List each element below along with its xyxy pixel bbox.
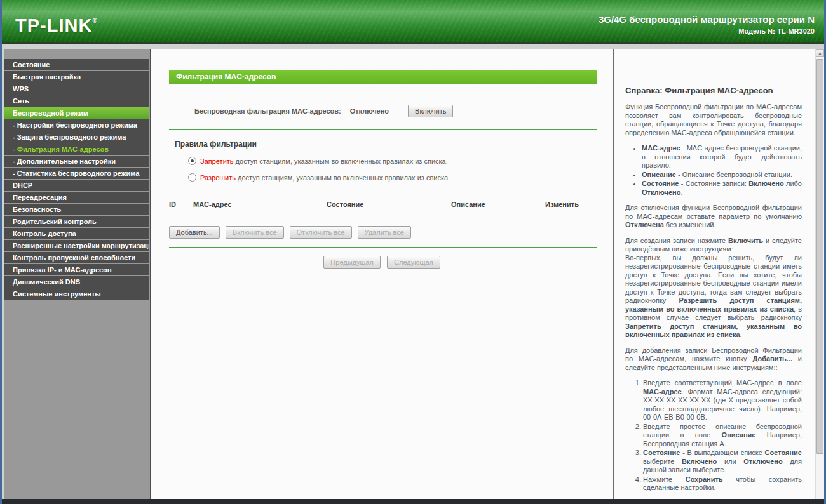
help-terms-list: MAC-адрес - MAC-адрес беспроводной станц… <box>625 144 802 197</box>
help-title: Справка: Фильтрация MAC-адресов <box>625 86 802 95</box>
header: TP-LINK® 3G/4G беспроводной маршрутизато… <box>0 0 826 44</box>
sidebar: Состояние Быстрая настройка WPS Сеть Бес… <box>4 49 150 499</box>
help-list-item: Состояние - Состояние записи: Включено л… <box>642 180 802 197</box>
sidebar-item-status[interactable]: Состояние <box>4 59 149 70</box>
help-paragraph-add: Для добавления записи Беспроводной Фильт… <box>625 347 802 373</box>
product-model: Модель № TL-MR3020 <box>599 27 815 35</box>
sidebar-item-bandwidth-control[interactable]: Контроль пропускной способности <box>4 252 149 263</box>
product-name: 3G/4G беспроводной маршрутизатор серии N <box>599 14 815 25</box>
delete-all-button[interactable]: Удалить все <box>358 226 411 239</box>
page-title-bar: Фильтрация MAC-адресов <box>169 70 597 84</box>
sidebar-item-dynamic-dns[interactable]: Динамический DNS <box>4 276 149 288</box>
disable-all-button[interactable]: Отключить все <box>290 226 352 239</box>
col-id: ID <box>169 201 193 208</box>
main-panel: Фильтрация MAC-адресов Беспроводная филь… <box>150 49 613 499</box>
previous-page-button[interactable]: Предыдущая <box>323 256 380 269</box>
help-panel: Справка: Фильтрация MAC-адресов Функция … <box>613 49 824 499</box>
scroll-up-icon[interactable]: ▲ <box>816 49 824 57</box>
sidebar-item-wps[interactable]: WPS <box>4 83 149 95</box>
help-add-steps: Введите соответствующий MAC-адрес в поле… <box>625 379 802 493</box>
help-list-item: Введите соответствующий MAC-адрес в поле… <box>643 379 802 422</box>
sidebar-menu: Состояние Быстрая настройка WPS Сеть Бес… <box>4 59 149 300</box>
table-actions: Добавить... Включить все Отключить все У… <box>151 226 613 239</box>
tplink-logo: TP-LINK® <box>15 15 98 36</box>
next-page-button[interactable]: Следующая <box>387 256 440 269</box>
sidebar-item-quick-setup[interactable]: Быстрая настройка <box>4 71 149 83</box>
deny-rule-label: Запретить доступ станциям, указанным во … <box>200 157 448 165</box>
add-button[interactable]: Добавить... <box>169 226 220 239</box>
help-list-item: Нажмите Сохранить чтобы сохранить сделан… <box>643 475 802 493</box>
help-intro: Функция Беспроводной фильтрации по MAC-а… <box>625 103 802 137</box>
sidebar-item-wireless-advanced[interactable]: - Дополнительные настройки <box>4 156 149 167</box>
rules-heading: Правила фильтрации <box>175 140 613 149</box>
separator-line <box>169 96 597 96</box>
sidebar-item-wireless-statistics[interactable]: - Статистика беспроводного режима <box>4 168 149 179</box>
allow-keyword: Разрешить <box>200 174 236 182</box>
sidebar-item-ip-mac-binding[interactable]: Привязка IP- и MAC-адресов <box>4 264 149 275</box>
registered-mark: ® <box>92 17 97 24</box>
help-paragraph-create: Для создания записи нажмите Включить и с… <box>625 237 802 340</box>
help-list-item: MAC-адрес - MAC-адрес беспроводной станц… <box>642 144 802 170</box>
col-mac: MAC-адрес <box>193 201 327 208</box>
help-paragraph-disable: Для отключения функции Беспроводной филь… <box>625 204 802 230</box>
help-list-item: Состояние - В выпадающем списке Состояни… <box>643 449 802 475</box>
allow-rest: доступ станциям, указанным во включенных… <box>236 174 450 182</box>
deny-rest: доступ станциям, указанным во включенных… <box>234 157 448 165</box>
filter-table-header: ID MAC-адрес Состояние Описание Изменить <box>151 201 613 208</box>
enable-all-button[interactable]: Включить все <box>226 226 284 239</box>
filter-enable-label: Беспроводная фильтрация MAC-адресов: <box>194 107 341 115</box>
sidebar-item-system-tools[interactable]: Системные инструменты <box>4 288 149 300</box>
sidebar-item-forwarding[interactable]: Переадресация <box>4 192 149 203</box>
allow-radio-icon[interactable] <box>188 173 196 182</box>
deny-rule-row: Запретить доступ станциям, указанным во … <box>151 157 613 165</box>
col-description: Описание <box>451 201 545 208</box>
sidebar-item-access-control[interactable]: Контроль доступа <box>4 228 149 239</box>
tplink-logo-text: TP-LINK <box>15 15 92 36</box>
sidebar-item-security[interactable]: Безопасность <box>4 204 149 215</box>
sidebar-item-wireless-security[interactable]: - Защита беспроводного режима <box>4 131 149 143</box>
sidebar-item-dhcp[interactable]: DHCP <box>4 180 149 191</box>
col-state: Состояние <box>327 201 451 208</box>
sidebar-item-parental-control[interactable]: Родительский контроль <box>4 216 149 227</box>
help-list-item: Введите простое описание беспроводной ст… <box>643 423 802 449</box>
window-border-left <box>0 0 2 504</box>
sidebar-item-network[interactable]: Сеть <box>4 95 149 107</box>
deny-radio-icon[interactable] <box>188 157 196 165</box>
pagination: Предыдущая Следующая <box>151 256 613 269</box>
sidebar-item-mac-filtering[interactable]: - Фильтрация MAC-адресов <box>4 143 149 155</box>
help-scrollbar[interactable]: ▲ <box>815 49 824 499</box>
enable-button[interactable]: Включить <box>408 105 453 117</box>
page-title: Фильтрация MAC-адресов <box>176 72 276 81</box>
product-info: 3G/4G беспроводной маршрутизатор серии N… <box>599 14 815 35</box>
scrollbar-thumb[interactable] <box>816 59 823 454</box>
allow-rule-row: Разрешить доступ станциям, указанным во … <box>151 173 613 182</box>
col-modify: Изменить <box>545 201 597 208</box>
sidebar-item-wireless-settings[interactable]: - Настройки беспроводного режима <box>4 119 149 131</box>
sidebar-item-wireless[interactable]: Беспроводной режим <box>4 107 149 119</box>
help-list-item: Описание - Описание беспроводной станции… <box>642 171 802 180</box>
separator-line <box>169 247 597 248</box>
deny-keyword: Запретить <box>200 157 234 165</box>
allow-rule-label: Разрешить доступ станциям, указанным во … <box>200 174 450 182</box>
footer-strip <box>2 499 824 504</box>
filter-enable-row: Беспроводная фильтрация MAC-адресов: Отк… <box>151 104 613 118</box>
sidebar-item-advanced-routing[interactable]: Расширенные настройки маршрутизации <box>4 240 149 251</box>
separator-line <box>169 129 597 130</box>
filter-status-value: Отключено <box>350 107 389 115</box>
